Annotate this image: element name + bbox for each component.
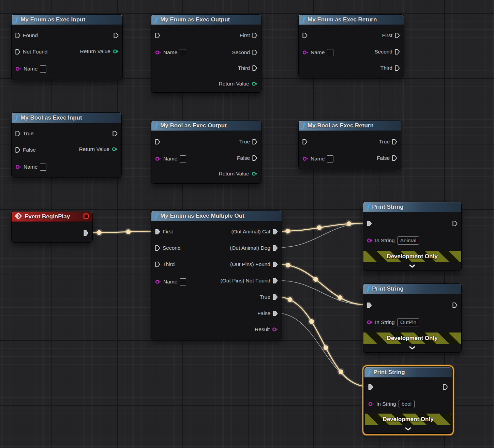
data-pin-icon[interactable]: [252, 81, 257, 87]
name-checkbox[interactable]: [180, 49, 186, 56]
exec-pin-icon[interactable]: [155, 261, 160, 267]
exec-pin-icon[interactable]: [15, 130, 20, 137]
data-pin-icon[interactable]: [155, 50, 161, 55]
data-pin-icon[interactable]: [155, 156, 161, 161]
exec-pin-icon[interactable]: [443, 384, 448, 390]
exec-pin-icon[interactable]: [392, 139, 397, 145]
node-header[interactable]: ƒMy Bool as Exec Input: [12, 113, 121, 123]
name-checkbox[interactable]: [40, 164, 46, 171]
node-header[interactable]: ƒMy Enum as Exec Return: [299, 15, 404, 25]
pin-first: First: [382, 31, 400, 40]
exec-pin-icon[interactable]: [252, 32, 257, 38]
data-pin-icon[interactable]: [367, 320, 373, 325]
node-my-enum-as-exec-return[interactable]: ƒMy Enum as Exec ReturnNameFirstSecondTh…: [298, 14, 404, 77]
exec-pin-icon[interactable]: [273, 245, 278, 251]
node-header[interactable]: ƒMy Enum as Exec Multiple Out: [151, 211, 282, 221]
exec-pin-icon[interactable]: [252, 65, 257, 71]
data-pin-icon[interactable]: [15, 66, 21, 72]
in-string-input[interactable]: OutPin: [397, 318, 419, 326]
exec-pin-icon[interactable]: [273, 310, 278, 316]
node-header[interactable]: ƒPrint String: [364, 367, 452, 377]
node-header[interactable]: ƒMy Bool as Exec Return: [299, 121, 401, 131]
exec-pin-icon[interactable]: [395, 32, 400, 38]
pin-label: Third: [163, 261, 175, 267]
function-icon: ƒ: [302, 16, 305, 23]
exec-pin-icon[interactable]: [15, 49, 20, 55]
exec-pin-icon[interactable]: [367, 302, 372, 308]
pin-exec-left: [368, 383, 376, 391]
pin-second: Second: [374, 48, 400, 56]
exec-wire-true-to-print3[interactable]: [277, 297, 369, 387]
node-my-bool-as-exec-input[interactable]: ƒMy Bool as Exec InputTrueFalseNameRetur…: [11, 112, 122, 177]
node-header[interactable]: ƒMy Bool as Exec Output: [151, 121, 261, 131]
exec-pin-icon[interactable]: [273, 261, 278, 267]
in-string-input[interactable]: bool: [399, 400, 415, 408]
collapse-chevron-icon[interactable]: [409, 263, 415, 269]
exec-pin-icon[interactable]: [367, 220, 372, 227]
exec-pin-icon[interactable]: [252, 49, 257, 56]
exec-pin-icon[interactable]: [395, 49, 400, 55]
name-checkbox[interactable]: [180, 155, 186, 163]
node-my-enum-as-exec-multiple-out[interactable]: ƒMy Enum as Exec Multiple OutFirstSecond…: [151, 211, 282, 339]
exec-pin-icon[interactable]: [84, 230, 89, 236]
pin-in-string: In StringAnimal: [367, 236, 419, 245]
exec-pin-icon[interactable]: [302, 32, 308, 38]
exec-pin-icon[interactable]: [395, 65, 400, 71]
node-event-beginplay[interactable]: Event BeginPlay: [11, 211, 93, 243]
node-header[interactable]: Event BeginPlay: [12, 212, 92, 222]
node-print-string-3[interactable]: ƒPrint StringIn StringboolDevelopment On…: [364, 367, 452, 434]
exec-pin-icon[interactable]: [452, 302, 458, 308]
exec-pin-icon[interactable]: [392, 155, 397, 161]
data-pin-icon[interactable]: [112, 146, 118, 152]
pin-exec-right: [110, 129, 118, 138]
exec-pin-icon[interactable]: [302, 139, 308, 145]
exec-pin-icon[interactable]: [114, 32, 119, 38]
name-checkbox[interactable]: [40, 65, 46, 73]
exec-pin-icon[interactable]: [155, 139, 160, 145]
node-header[interactable]: ƒPrint String: [363, 202, 461, 212]
exec-pin-icon[interactable]: [273, 278, 278, 284]
node-my-bool-as-exec-output[interactable]: ƒMy Bool as Exec OutputNameTrueFalseRetu…: [151, 120, 261, 184]
pin-label: False: [257, 310, 270, 316]
collapse-chevron-icon[interactable]: [405, 426, 411, 432]
exec-pin-icon[interactable]: [155, 32, 160, 38]
exec-pin-icon[interactable]: [15, 32, 20, 38]
node-header[interactable]: ƒPrint String: [363, 284, 461, 294]
exec-pin-icon[interactable]: [113, 130, 118, 137]
node-header[interactable]: ƒMy Enum as Exec Output: [151, 15, 261, 25]
exec-pin-icon[interactable]: [252, 155, 257, 161]
exec-flow-bubble: [317, 225, 322, 230]
exec-pin-icon[interactable]: [155, 245, 160, 251]
data-pin-icon[interactable]: [272, 327, 278, 332]
data-pin-icon[interactable]: [252, 171, 257, 176]
data-pin-icon[interactable]: [15, 164, 21, 170]
exec-pin-icon[interactable]: [273, 294, 278, 300]
node-print-string-1[interactable]: ƒPrint StringIn StringAnimalDevelopment …: [363, 202, 462, 271]
data-pin-icon[interactable]: [302, 50, 308, 55]
data-pin-icon[interactable]: [367, 238, 373, 243]
in-string-input[interactable]: Animal: [397, 236, 419, 245]
name-checkbox[interactable]: [327, 49, 333, 56]
node-my-enum-as-exec-input[interactable]: ƒMy Enum as Exec InputFoundNot FoundName…: [11, 14, 123, 80]
node-my-bool-as-exec-return[interactable]: ƒMy Bool as Exec ReturnNameTrueFalse: [298, 120, 401, 169]
exec-pin-icon[interactable]: [452, 220, 458, 227]
blueprint-graph-canvas[interactable]: ƒMy Enum as Exec InputFoundNot FoundName…: [0, 0, 494, 448]
exec-pin-icon[interactable]: [155, 229, 160, 235]
data-pin-icon[interactable]: [113, 49, 119, 54]
pin-label: Name: [24, 164, 38, 170]
exec-pin-icon[interactable]: [273, 229, 278, 235]
exec-wire-false-to-print3[interactable]: [277, 313, 369, 387]
data-pin-icon[interactable]: [302, 156, 308, 161]
node-my-enum-as-exec-output[interactable]: ƒMy Enum as Exec OutputNameFirstSecondTh…: [151, 14, 261, 93]
collapse-chevron-icon[interactable]: [409, 345, 415, 351]
node-header[interactable]: ƒMy Enum as Exec Input: [12, 15, 122, 25]
name-checkbox[interactable]: [327, 155, 333, 163]
exec-pin-icon[interactable]: [15, 147, 20, 153]
data-pin-icon[interactable]: [155, 279, 161, 284]
name-checkbox[interactable]: [180, 278, 186, 285]
exec-pin-icon[interactable]: [368, 384, 373, 390]
node-print-string-2[interactable]: ƒPrint StringIn StringOutPinDevelopment …: [363, 283, 462, 353]
pin-label: True: [239, 139, 250, 145]
exec-pin-icon[interactable]: [252, 139, 257, 145]
data-pin-icon[interactable]: [368, 401, 374, 407]
